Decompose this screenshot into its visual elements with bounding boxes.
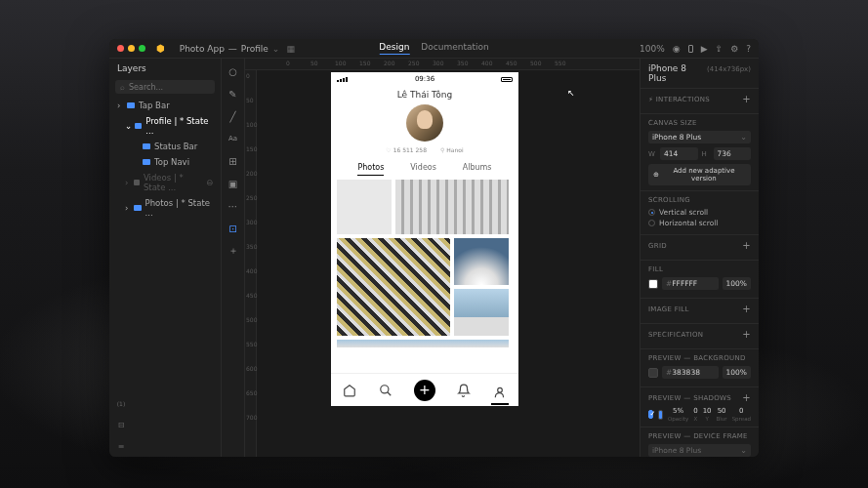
profile-icon[interactable] [491,382,509,405]
svg-point-0 [381,385,389,392]
device-icon[interactable] [688,45,693,53]
mode-tabs: Design Documentation [379,42,488,55]
search-input[interactable] [129,83,227,92]
add-grid-button[interactable]: + [742,240,751,251]
layer-photos[interactable]: ›Photos | * State ... [109,195,221,221]
avatar[interactable] [406,104,443,142]
height-input[interactable]: 736 [714,147,752,160]
device-frame-select[interactable]: iPhone 8 Plus [648,444,751,457]
bg-swatch[interactable] [648,368,658,378]
photo-thumb[interactable] [454,289,509,336]
layer-videos[interactable]: ›Videos | * State ...⊖ [109,170,221,195]
layer-profile[interactable]: ⌄Profile | * State ... [109,113,221,139]
bg-hex-input[interactable]: #383838 [662,366,719,379]
bg-pct-input[interactable]: 100% [723,366,751,379]
tab-videos[interactable]: Videos [410,163,436,176]
add-shadow-button[interactable]: + [742,392,751,403]
tool-shape[interactable]: ○ [227,64,240,78]
fill-pct-input[interactable]: 100% [723,277,751,290]
width-input[interactable]: 414 [660,147,698,160]
profile-section: Lê Thái Tông ♡ 16 511 258 ⚲ Hanoi [331,86,518,159]
add-spec-button[interactable]: + [742,329,751,340]
ruler-horizontal: 050100150200250300350400450500550 [245,59,640,70]
folder-icon [127,102,135,108]
eye-icon[interactable]: ◉ [673,44,681,54]
layer-status-bar[interactable]: Status Bar [109,139,221,154]
photo-thumb[interactable] [454,238,509,285]
app-name: Photo App [180,44,225,54]
signal-icon [337,77,348,82]
heart-icon: ♡ [386,146,391,153]
tool-more[interactable]: ⋯ [227,199,240,213]
profile-stats: ♡ 16 511 258 ⚲ Hanoi [331,146,518,153]
bell-icon[interactable] [455,382,473,399]
tool-hotspot[interactable]: ⊞ [227,154,240,168]
add-button[interactable]: + [414,380,435,401]
play-icon[interactable]: ▶ [701,44,708,54]
tool-image[interactable]: ▣ [227,177,240,190]
status-bar: 09:36 [331,72,518,86]
layers-search[interactable]: ⌕ [115,80,215,94]
battery-icon [501,77,513,82]
tab-photos[interactable]: Photos [357,163,384,176]
tool-line[interactable]: ╱ [227,109,240,123]
device-select[interactable]: iPhone 8 Plus [648,131,751,143]
zoom-value[interactable]: 100% [640,44,665,54]
export-icon[interactable]: ⇪ [716,44,723,54]
radio-horizontal-scroll[interactable]: Horizontal scroll [648,219,751,227]
chevron-down-icon[interactable]: ⌄ [272,44,280,54]
photo-thumb[interactable] [395,180,509,234]
help-icon[interactable]: ? [746,44,751,54]
add-adaptive-button[interactable]: ⊕Add new adaptive version [648,164,751,185]
lightning-icon: ⚡ [648,96,653,103]
home-icon[interactable] [341,382,358,399]
fill-swatch[interactable] [648,279,658,289]
tab-albums[interactable]: Albums [463,163,492,176]
photo-thumb[interactable] [337,180,392,234]
tool-plus[interactable]: ＋ [227,244,240,258]
svg-point-1 [498,387,503,392]
folder-icon [134,180,140,185]
minimize-icon[interactable] [128,45,135,52]
folder-icon [135,123,142,129]
device-header: iPhone 8 Plus(414x736px) [641,59,759,89]
artboard-phone[interactable]: 09:36 Lê Thái Tông ♡ 16 511 258 ⚲ Hanoi … [331,72,518,406]
add-interaction-button[interactable]: + [742,94,751,104]
search-icon[interactable] [377,382,394,399]
cursor-icon: ↖ [567,88,575,98]
tool-component[interactable]: ⊡ [227,222,240,235]
tool-text[interactable]: Aa [227,132,240,145]
layer-top-navi[interactable]: Top Navi [109,154,221,170]
shadow-enable-check[interactable] [648,410,653,419]
titlebar: ⬢ Photo App — Profile ⌄ ▦ Design Documen… [109,39,759,59]
separator: — [228,44,237,54]
bell-icon[interactable]: ⬢ [156,43,165,54]
breadcrumb: Photo App — Profile ⌄ ▦ [180,44,295,54]
canvas[interactable]: 050100150200250300350400450500550 050100… [245,59,640,457]
fill-hex-input[interactable]: #FFFFFF [662,277,719,290]
panel-icon[interactable]: ▦ [286,44,295,54]
photo-grid [331,176,518,351]
layer-tap-bar[interactable]: ›Tap Bar [109,98,221,113]
page-crumb[interactable]: Profile [241,44,269,54]
shadow-color-swatch[interactable] [658,410,663,420]
pin-icon: ⚲ [440,146,444,153]
photo-thumb[interactable] [337,238,450,336]
hidden-icon[interactable]: ⊖ [206,178,213,187]
settings-icon[interactable]: ⚙ [730,44,738,54]
app-window: ⬢ Photo App — Profile ⌄ ▦ Design Documen… [109,39,759,457]
close-icon[interactable] [117,45,124,52]
add-image-fill-button[interactable]: + [742,304,751,314]
tool-pen[interactable]: ✎ [227,87,240,101]
tab-documentation[interactable]: Documentation [421,42,488,55]
photo-thumb[interactable] [337,340,509,347]
folder-icon [143,143,150,149]
tool-align[interactable]: ≡ [114,439,128,453]
tool-grid-toggle[interactable]: ⊟ [114,418,128,431]
folder-icon [143,159,150,165]
tool-count[interactable]: (1) [114,396,128,410]
radio-vertical-scroll[interactable]: Vertical scroll [648,208,751,217]
tab-design[interactable]: Design [379,42,409,55]
tool-strip: ○ ✎ ╱ Aa ⊞ ▣ ⋯ ⊡ ＋ (1) ⊟ ≡ [222,59,245,457]
maximize-icon[interactable] [139,45,145,52]
